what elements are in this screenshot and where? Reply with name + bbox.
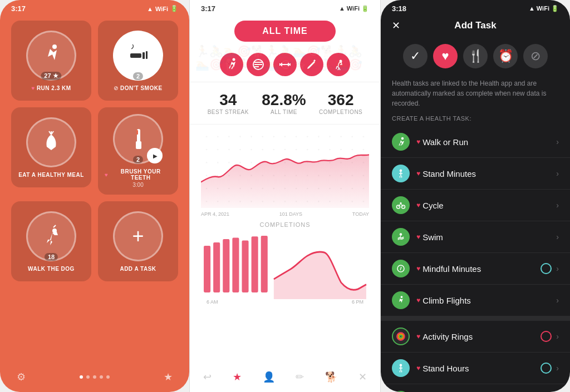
habit-dont-smoke[interactable]: 2 ⊘ DON'T SMOKE [98, 21, 178, 101]
habit-walk-dog[interactable]: 18 WALK THE DOG [11, 201, 91, 281]
tab-cancel[interactable]: ⊘ [523, 44, 548, 68]
habits-grid: 27 ★ ♥ RUN 2.3 KM 2 ⊘ DON'T SMOKE [0, 15, 189, 287]
svg-rect-17 [242, 240, 248, 292]
checkmark-icon: ✓ [410, 49, 420, 63]
dot-5 [106, 375, 110, 379]
svg-point-24 [400, 202, 402, 204]
eat-label: EAT A HEALTHY MEAL [18, 172, 84, 178]
heart-swim: ♥ [416, 233, 420, 241]
svg-point-30 [400, 335, 402, 338]
habit-add-task[interactable]: + ADD A TASK [98, 201, 178, 281]
add-icon: + [132, 225, 144, 248]
play-button[interactable]: ▶ [147, 148, 163, 163]
svg-rect-2 [142, 52, 145, 59]
add-task-header: ✕ Add Task [381, 15, 570, 38]
task-icon-walk-run [392, 133, 410, 151]
task-item-climb-flights[interactable]: ♥ Climb Flights › [381, 285, 570, 316]
close-button[interactable]: ✕ [392, 19, 400, 32]
time-end: 6 PM [352, 299, 363, 305]
svg-rect-6 [136, 130, 138, 135]
task-icon-activity-rings [392, 328, 410, 345]
habit-circle-eat [26, 117, 76, 167]
task-item-stand-hours[interactable]: ♥ Stand Hours › [381, 353, 570, 384]
heart-icon-run: ♥ [31, 85, 35, 91]
chevron-climb-flights: › [556, 296, 559, 305]
task-item-stand-minutes[interactable]: ♥ Stand Minutes › [381, 158, 570, 190]
badge-stand-hours [540, 363, 552, 374]
completions-chart [201, 232, 369, 299]
run-label: ♥ RUN 2.3 KM [31, 85, 71, 91]
tab-fork[interactable]: 🍴 [463, 44, 488, 68]
svg-rect-13 [204, 246, 210, 292]
task-item-swim[interactable]: ♥ Swim › [381, 221, 570, 253]
task-item-cycle[interactable]: ♥ Cycle › [381, 190, 570, 221]
svg-rect-15 [223, 239, 229, 292]
star-icon[interactable]: ★ [233, 371, 242, 383]
task-item-walk-run[interactable]: ♥ Walk or Run › [381, 126, 570, 158]
task-name-swim: ♥ Swim [416, 232, 556, 242]
completions-section: COMPLETIONS 6 AM 6 PM [190, 217, 380, 305]
habit-run[interactable]: 27 ★ ♥ RUN 2.3 KM [11, 21, 91, 101]
person-icon[interactable]: 👤 [263, 371, 275, 383]
time-labels: 6 AM 6 PM [201, 299, 369, 305]
habit-circle-run: 27 ★ [26, 31, 76, 81]
share-icon[interactable]: ↩ [203, 371, 212, 383]
heart-walk-run: ♥ [416, 138, 420, 146]
completions-chart-title: COMPLETIONS [201, 221, 369, 228]
tab-checkmark[interactable]: ✓ [403, 44, 428, 68]
heart-tab-icon: ♥ [441, 49, 449, 63]
smoke-count: 2 [133, 72, 143, 80]
habit-brush-teeth[interactable]: 2 ▶ ♥ BRUSH YOUR TEETH 3:00 [98, 107, 178, 195]
habit-circle-dog: 18 [26, 211, 76, 261]
completions-chart-svg [201, 232, 369, 299]
dog-label: WALK THE DOG [28, 266, 75, 272]
task-item-mindful[interactable]: ♥ Mindful Minutes › [381, 253, 570, 285]
separator [381, 316, 570, 321]
chevron-stand-hours: › [556, 364, 559, 373]
dot-3 [93, 375, 96, 379]
carrot-icon [39, 130, 63, 155]
status-bar-p1: 3:17 ▲ WiFi 🔋 [0, 0, 189, 15]
svg-point-0 [52, 44, 57, 49]
svg-point-21 [400, 170, 402, 172]
task-item-activity-rings[interactable]: ♥ Activity Rings › [381, 321, 570, 353]
settings-icon[interactable]: ⚙ [17, 371, 26, 383]
close-icon-bottom[interactable]: ✕ [358, 371, 367, 383]
favorites-icon[interactable]: ★ [164, 371, 173, 383]
brush-sublabel: 3:00 [132, 182, 143, 188]
status-icons-p1: ▲ WiFi 🔋 [147, 5, 178, 12]
task-item-exercise-minutes[interactable]: ♥ Exercise Minutes › [381, 384, 570, 392]
heart-climb-flights: ♥ [416, 296, 420, 304]
heart-activity-rings: ♥ [416, 333, 420, 340]
badge-activity-rings [540, 331, 552, 342]
add-label: ADD A TASK [120, 266, 156, 272]
info-text: Health tasks are linked to the Health ap… [381, 74, 570, 115]
badge-mindful [540, 263, 552, 274]
tab-clock[interactable]: ⏰ [493, 44, 518, 68]
chevron-cycle: › [556, 201, 559, 210]
task-icon-stand-hours [392, 359, 410, 377]
dog-count: 18 [45, 253, 58, 261]
habit-eat-healthy[interactable]: EAT A HEALTHY MEAL [11, 107, 91, 187]
dog-icon-bottom[interactable]: 🐕 [325, 371, 337, 383]
svg-rect-5 [136, 141, 141, 149]
bottom-bar-p2: ↩ ★ 👤 ✏ 🐕 ✕ [190, 371, 380, 383]
heart-cycle: ♥ [416, 201, 420, 209]
pencil-icon[interactable]: ✏ [296, 371, 304, 383]
tab-heart[interactable]: ♥ [433, 44, 458, 68]
svg-point-31 [400, 364, 402, 367]
task-name-walk-run: ♥ Walk or Run [416, 137, 556, 147]
smoke-icon [126, 43, 150, 68]
section-title: CREATE A HEALTH TASK: [381, 115, 570, 126]
bottom-bar-p1: ⚙ ★ [0, 371, 189, 383]
chevron-swim: › [556, 232, 559, 241]
page-dots [80, 375, 110, 379]
dot-4 [100, 375, 103, 379]
heart-stand-minutes: ♥ [416, 170, 420, 177]
time-p3: 3:18 [392, 4, 406, 13]
task-icon-mindful [392, 260, 410, 277]
task-name-stand-minutes: ♥ Stand Minutes [416, 169, 556, 178]
svg-rect-18 [252, 236, 258, 292]
habits-panel: 3:17 ▲ WiFi 🔋 27 ★ ♥ RUN 2.3 KM [0, 0, 189, 392]
chevron-stand-minutes: › [556, 169, 559, 178]
